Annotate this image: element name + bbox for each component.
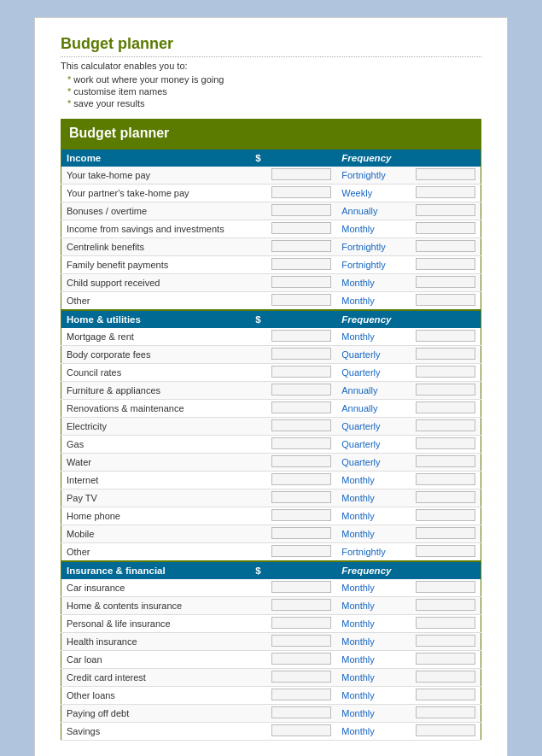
home-row-6-label: Gas (61, 436, 250, 454)
home-row-9-freq-input[interactable] (416, 491, 475, 503)
income-row-2-freq-input[interactable] (416, 204, 475, 216)
insurance-row-0-freq: Monthly (336, 579, 411, 597)
income-row-3-amount[interactable] (271, 222, 331, 234)
home-row-6-freq-input[interactable] (416, 437, 475, 449)
home-row-6: Gas Quarterly (61, 436, 481, 454)
insurance-section-header: Insurance & financial $ Frequency (61, 561, 481, 579)
home-row-7-freq: Quarterly (336, 454, 411, 472)
home-row-0: Mortgage & rent Monthly (61, 328, 481, 346)
home-row-2-amount[interactable] (271, 366, 331, 378)
bullet-item-2: customise item names (67, 86, 481, 97)
income-row-6-label: Child support received (61, 274, 250, 292)
home-row-2-freq-input[interactable] (416, 366, 475, 378)
home-row-3-amount[interactable] (271, 384, 331, 396)
home-row-4-label: Renovations & maintenance (61, 400, 250, 418)
home-row-12-amount[interactable] (271, 545, 331, 557)
income-row-7-freq-input[interactable] (416, 294, 475, 306)
insurance-row-7: Paying off debt Monthly (61, 705, 481, 723)
home-row-0-freq-input[interactable] (416, 330, 475, 342)
income-row-5-freq: Fortnightly (336, 256, 411, 274)
home-row-1-freq: Quarterly (336, 346, 411, 364)
bullet-item-1: work out where your money is going (67, 74, 481, 85)
home-row-4-amount[interactable] (271, 401, 331, 413)
insurance-row-7-freq-input[interactable] (416, 706, 475, 718)
insurance-row-2-freq-input[interactable] (416, 617, 475, 629)
income-freq-input-header (411, 149, 481, 167)
income-row-0-freq: Fortnightly (336, 167, 411, 185)
insurance-row-1-label: Home & contents insurance (61, 597, 250, 615)
home-row-12-freq-input[interactable] (416, 545, 475, 557)
home-row-9-amount[interactable] (271, 491, 331, 503)
main-title: Budget planner (61, 35, 481, 57)
insurance-row-3-label: Health insurance (61, 633, 250, 651)
insurance-row-6-amount[interactable] (271, 689, 331, 700)
insurance-row-5-amount[interactable] (271, 671, 331, 683)
home-row-11-freq-input[interactable] (416, 527, 475, 539)
home-row-11-label: Mobile (61, 525, 250, 543)
insurance-row-1-freq: Monthly (336, 597, 411, 615)
home-row-10-amount[interactable] (271, 509, 331, 521)
income-row-7-amount[interactable] (271, 294, 331, 306)
insurance-row-3-freq-input[interactable] (416, 635, 475, 647)
home-row-5: Electricity Quarterly (61, 418, 481, 436)
insurance-row-1-freq-input[interactable] (416, 599, 475, 611)
income-row-6-amount[interactable] (271, 276, 331, 288)
insurance-row-4-amount[interactable] (271, 653, 331, 665)
home-row-5-freq-input[interactable] (416, 419, 475, 431)
home-row-10-label: Home phone (61, 507, 250, 525)
home-row-8-amount[interactable] (271, 473, 331, 485)
home-row-0-amount[interactable] (271, 330, 331, 342)
home-row-8-label: Internet (61, 472, 250, 489)
insurance-row-5-freq-input[interactable] (416, 671, 475, 683)
insurance-row-7-amount[interactable] (271, 706, 331, 718)
income-freq-header: Frequency (336, 149, 411, 167)
income-row-0-amount[interactable] (271, 168, 331, 180)
home-row-11-amount[interactable] (271, 527, 331, 539)
home-row-8-freq-input[interactable] (416, 473, 475, 485)
income-row-5-label: Family benefit payments (61, 256, 250, 274)
insurance-row-6-freq-input[interactable] (416, 689, 475, 700)
home-row-3-freq-input[interactable] (416, 384, 475, 396)
insurance-row-5-freq: Monthly (336, 669, 411, 687)
income-row-1-freq: Weekly (336, 185, 411, 202)
insurance-row-3-amount[interactable] (271, 635, 331, 647)
insurance-row-4-freq-input[interactable] (416, 653, 475, 665)
insurance-row-1-amount[interactable] (271, 599, 331, 611)
income-row-0-freq-input[interactable] (416, 168, 475, 180)
insurance-row-8-freq-input[interactable] (416, 724, 475, 736)
insurance-row-0-amount[interactable] (271, 581, 331, 593)
home-row-0-label: Mortgage & rent (61, 328, 250, 346)
home-row-1-amount[interactable] (271, 348, 331, 360)
income-row-2-amount[interactable] (271, 204, 331, 216)
home-row-12: Other Fortnightly (61, 543, 481, 562)
home-row-6-amount[interactable] (271, 437, 331, 449)
income-row-4-freq-input[interactable] (416, 240, 475, 252)
home-row-5-label: Electricity (61, 418, 250, 436)
home-row-1-freq-input[interactable] (416, 348, 475, 360)
income-row-4-amount[interactable] (271, 240, 331, 252)
insurance-row-2-amount[interactable] (271, 617, 331, 629)
home-row-7: Water Quarterly (61, 454, 481, 472)
insurance-row-1: Home & contents insurance Monthly (61, 597, 481, 615)
income-row-1-amount[interactable] (271, 186, 331, 198)
income-row-1-freq-input[interactable] (416, 186, 475, 198)
income-row-3: Income from savings and investments Mont… (61, 220, 481, 238)
home-row-11-freq: Monthly (336, 525, 411, 543)
income-row-6-freq-input[interactable] (416, 276, 475, 288)
home-row-5-amount[interactable] (271, 419, 331, 431)
insurance-row-6-label: Other loans (61, 687, 250, 705)
income-row-0: Your take-home pay Fortnightly (61, 167, 481, 185)
insurance-row-3: Health insurance Monthly (61, 633, 481, 651)
income-row-5-freq-input[interactable] (416, 258, 475, 270)
income-row-6: Child support received Monthly (61, 274, 481, 292)
insurance-row-0-freq-input[interactable] (416, 581, 475, 593)
income-row-5-amount[interactable] (271, 258, 331, 270)
home-row-10-freq-input[interactable] (416, 509, 475, 521)
insurance-row-5: Credit card interest Monthly (61, 669, 481, 687)
income-row-3-freq-input[interactable] (416, 222, 475, 234)
home-row-7-freq-input[interactable] (416, 455, 475, 467)
insurance-row-4-freq: Monthly (336, 651, 411, 669)
insurance-row-8-amount[interactable] (271, 724, 331, 736)
home-row-4-freq-input[interactable] (416, 401, 475, 413)
home-row-7-amount[interactable] (271, 455, 331, 467)
